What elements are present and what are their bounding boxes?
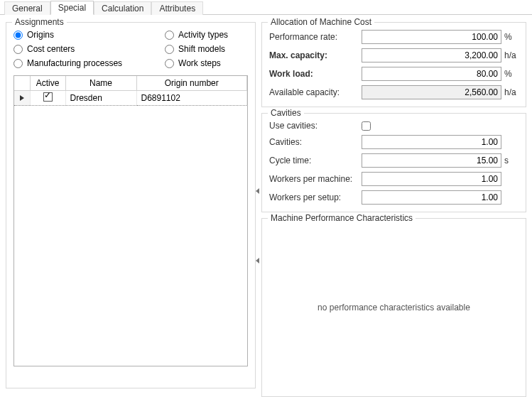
col-name[interactable]: Name — [65, 76, 136, 91]
use-cavities-checkbox[interactable] — [362, 121, 371, 131]
radio-shift-models-label: Shift models — [178, 44, 225, 54]
radio-cost-centers-input[interactable] — [13, 45, 23, 54]
cell-active[interactable] — [30, 91, 65, 106]
radio-origins[interactable]: Origins — [13, 30, 122, 40]
allocation-title: Allocation of Machine Cost — [268, 17, 374, 27]
cycle-time-unit: s — [501, 156, 519, 165]
tab-special[interactable]: Special — [50, 1, 94, 15]
max-capacity-unit: h/a — [501, 50, 519, 60]
mpc-empty-message: no performance characteristics available — [317, 303, 470, 312]
chevron-left-icon — [256, 188, 259, 194]
workers-per-machine-label: Workers per machine: — [269, 174, 362, 184]
tab-general[interactable]: General — [4, 1, 50, 15]
cycle-time-label: Cycle time: — [269, 156, 362, 165]
available-capacity-label: Available capacity: — [269, 87, 362, 97]
max-capacity-label: Max. capacity: — [269, 50, 362, 60]
radio-shift-models-input[interactable] — [165, 45, 174, 54]
table-row[interactable]: Dresden D6891102 — [14, 91, 247, 106]
radio-manufacturing-processes-label: Manufacturing processes — [27, 58, 122, 68]
cell-name[interactable]: Dresden — [65, 91, 136, 106]
radio-origins-label: Origins — [27, 30, 54, 40]
radio-activity-types[interactable]: Activity types — [165, 30, 228, 40]
work-load-input[interactable] — [362, 67, 501, 81]
tab-attributes[interactable]: Attributes — [151, 1, 203, 15]
col-origin-number[interactable]: Origin number — [136, 76, 247, 91]
work-load-unit: % — [501, 69, 519, 79]
work-load-label: Work load: — [269, 69, 362, 79]
radio-manufacturing-processes[interactable]: Manufacturing processes — [13, 58, 122, 68]
radio-manufacturing-processes-input[interactable] — [13, 59, 23, 68]
mpc-group: Machine Performance Characteristics no p… — [261, 218, 526, 397]
allocation-group: Allocation of Machine Cost Performance r… — [261, 22, 526, 107]
radio-cost-centers[interactable]: Cost centers — [13, 44, 122, 54]
row-indicator — [14, 91, 30, 106]
performance-rate-label: Performance rate: — [269, 32, 362, 42]
workers-per-machine-input[interactable] — [362, 172, 501, 186]
cavities-input[interactable] — [362, 135, 501, 149]
tab-bar: General Special Calculation Attributes — [0, 0, 532, 15]
radio-work-steps-label: Work steps — [178, 58, 221, 68]
col-active[interactable]: Active — [30, 76, 65, 91]
cycle-time-input[interactable] — [362, 153, 501, 168]
mpc-title: Machine Performance Characteristics — [268, 213, 416, 223]
row-indicator-icon — [20, 95, 24, 101]
chevron-left-icon — [256, 258, 259, 263]
radio-cost-centers-label: Cost centers — [27, 44, 75, 54]
radio-activity-types-input[interactable] — [165, 31, 174, 40]
tab-calculation[interactable]: Calculation — [94, 1, 151, 15]
performance-rate-input[interactable] — [362, 30, 501, 44]
max-capacity-input[interactable] — [362, 48, 501, 62]
use-cavities-label: Use cavities: — [269, 121, 362, 131]
assignments-title: Assignments — [12, 17, 67, 27]
radio-work-steps-input[interactable] — [165, 59, 174, 68]
cavities-label: Cavities: — [269, 137, 362, 147]
assignments-table[interactable]: Active Name Origin number Dresden D68911… — [13, 75, 248, 366]
radio-activity-types-label: Activity types — [178, 30, 228, 40]
cavities-group: Cavities Use cavities: Cavities: Cycle t… — [261, 113, 526, 212]
workers-per-setup-input[interactable] — [362, 190, 501, 205]
performance-rate-unit: % — [501, 32, 519, 42]
radio-shift-models[interactable]: Shift models — [165, 44, 228, 54]
available-capacity-input — [362, 85, 501, 99]
splitter-handle[interactable] — [255, 252, 259, 269]
available-capacity-unit: h/a — [501, 87, 519, 97]
assignments-group: Assignments Origins Cost centers — [6, 22, 256, 388]
workers-per-setup-label: Workers per setup: — [269, 192, 362, 202]
row-header-col — [14, 76, 30, 91]
checkbox-icon[interactable] — [43, 92, 53, 102]
cavities-title: Cavities — [268, 108, 304, 118]
radio-work-steps[interactable]: Work steps — [165, 58, 228, 68]
cell-origin-number[interactable]: D6891102 — [136, 91, 247, 106]
radio-origins-input[interactable] — [13, 31, 23, 40]
splitter-handle[interactable] — [255, 183, 259, 200]
